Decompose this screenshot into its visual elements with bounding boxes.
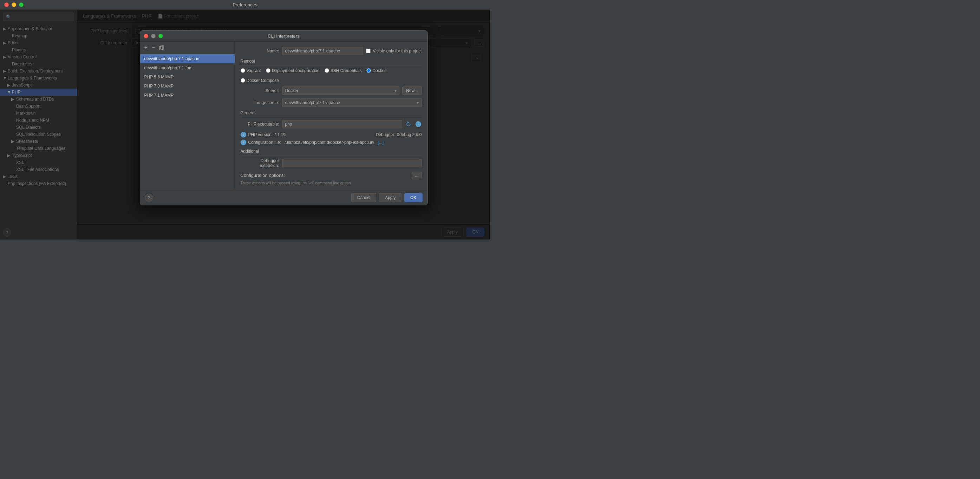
info-button[interactable]: i bbox=[415, 121, 422, 128]
sidebar-item-bashsupport[interactable]: BashSupport bbox=[0, 103, 77, 110]
sidebar-item-xslt[interactable]: XSLT bbox=[0, 159, 77, 166]
new-server-button[interactable]: New... bbox=[402, 86, 422, 95]
sidebar-item-keymap[interactable]: Keymap bbox=[0, 32, 77, 39]
radio-docker-compose-input[interactable] bbox=[240, 78, 245, 83]
sidebar-item-stylesheets[interactable]: ▶ Stylesheets bbox=[0, 138, 77, 145]
dialog-titlebar: CLI Interpreters bbox=[140, 30, 428, 42]
arrow-icon: ▶ bbox=[11, 139, 16, 144]
radio-ssh-input[interactable] bbox=[325, 68, 329, 73]
general-section-label: General bbox=[240, 110, 422, 117]
maximize-button[interactable] bbox=[19, 2, 24, 7]
list-item-label: devwithlando/php:7.1-fpm bbox=[144, 65, 192, 70]
sidebar-item-sql-resolution[interactable]: SQL Resolution Scopes bbox=[0, 131, 77, 138]
dialog-cancel-button[interactable]: Cancel bbox=[351, 193, 376, 202]
list-item-fpm[interactable]: devwithlando/php:7.1-fpm bbox=[140, 63, 235, 72]
sidebar-item-plugins[interactable]: Plugins bbox=[0, 46, 77, 53]
remote-radio-group: Vagrant Deployment configuration SSH Cre… bbox=[240, 68, 422, 83]
arrow-icon: ▼ bbox=[3, 76, 8, 81]
dialog-ok-button[interactable]: OK bbox=[404, 193, 422, 202]
dialog-maximize-button[interactable] bbox=[158, 34, 163, 38]
sidebar-label: BashSupport bbox=[16, 104, 40, 109]
help-button[interactable]: ? bbox=[3, 228, 11, 237]
arrow-icon: ▶ bbox=[3, 26, 8, 31]
sidebar-item-schemas[interactable]: ▶ Schemas and DTDs bbox=[0, 96, 77, 103]
sidebar-item-version-control[interactable]: ▶ Version Control bbox=[0, 53, 77, 61]
search-input[interactable] bbox=[13, 14, 71, 19]
window-controls[interactable] bbox=[4, 2, 24, 7]
sidebar-label: XSLT bbox=[16, 160, 26, 165]
remote-section-label: Remote bbox=[240, 59, 422, 65]
sidebar-item-directories[interactable]: Directories bbox=[0, 61, 77, 67]
sidebar-item-markdown[interactable]: Markdown bbox=[0, 110, 77, 117]
search-box[interactable]: 🔍 bbox=[3, 13, 74, 21]
sidebar-label: SQL Dialects bbox=[16, 125, 41, 130]
dialog-close-button[interactable] bbox=[144, 34, 148, 38]
server-select[interactable]: Docker bbox=[282, 86, 400, 95]
search-icon: 🔍 bbox=[6, 14, 11, 19]
dialog-help-button[interactable]: ? bbox=[145, 194, 153, 201]
sidebar-item-php-inspections[interactable]: Php Inspections (EA Extended) bbox=[0, 180, 77, 187]
debugger-extension-row: Debugger extension: bbox=[240, 158, 422, 168]
radio-ssh[interactable]: SSH Credentials bbox=[325, 68, 362, 73]
sidebar-item-sql-dialects[interactable]: SQL Dialects bbox=[0, 124, 77, 131]
sidebar-item-nodejs[interactable]: Node.js and NPM bbox=[0, 117, 77, 124]
config-file-row: i Configuration file: /usr/local/etc/php… bbox=[240, 140, 422, 145]
dialog-apply-button[interactable]: Apply bbox=[379, 193, 401, 202]
sidebar-item-editor[interactable]: ▶ Editor bbox=[0, 39, 77, 46]
dialog-list-toolbar: + − bbox=[140, 42, 235, 54]
copy-interpreter-button[interactable] bbox=[158, 45, 165, 51]
refresh-button[interactable] bbox=[405, 121, 412, 128]
list-item-php71[interactable]: PHP 7.1 MAMP bbox=[140, 91, 235, 100]
additional-section-label: Additional bbox=[240, 149, 422, 155]
info-icon: i bbox=[415, 121, 421, 127]
name-input[interactable] bbox=[282, 47, 364, 55]
remove-interpreter-button[interactable]: − bbox=[150, 44, 156, 52]
radio-vagrant-label: Vagrant bbox=[247, 68, 261, 73]
php-executable-input[interactable] bbox=[282, 120, 402, 128]
list-item-php70[interactable]: PHP 7.0 MAMP bbox=[140, 81, 235, 91]
sidebar-item-languages[interactable]: ▼ Languages & Frameworks bbox=[0, 75, 77, 81]
add-interpreter-button[interactable]: + bbox=[143, 44, 149, 52]
dialog-body: + − devwithlando/php:7.1-ap bbox=[140, 42, 428, 190]
sidebar-item-xslt-file[interactable]: XSLT File Associations bbox=[0, 166, 77, 173]
arrow-icon: ▶ bbox=[3, 69, 8, 73]
radio-deployment[interactable]: Deployment configuration bbox=[266, 68, 320, 73]
arrow-icon: ▶ bbox=[3, 40, 8, 45]
list-item-apache[interactable]: devwithlando/php:7.1-apache bbox=[140, 54, 235, 63]
dialog-list-panel: + − devwithlando/php:7.1-ap bbox=[140, 42, 235, 190]
sidebar-item-php[interactable]: ▼ PHP bbox=[0, 89, 77, 96]
php-executable-row: PHP executable: i bbox=[240, 120, 422, 128]
sidebar-item-template-data[interactable]: Template Data Languages bbox=[0, 145, 77, 152]
server-select-wrapper: Docker ▼ bbox=[282, 86, 400, 95]
sidebar-item-javascript[interactable]: ▶ JavaScript bbox=[0, 81, 77, 89]
visible-checkbox[interactable] bbox=[366, 48, 371, 53]
radio-docker[interactable]: Docker bbox=[366, 68, 386, 73]
sidebar-item-appearance[interactable]: ▶ Appearance & Behavior bbox=[0, 26, 77, 32]
radio-deployment-input[interactable] bbox=[266, 68, 270, 73]
sidebar-item-build[interactable]: ▶ Build, Execution, Deployment bbox=[0, 67, 77, 75]
window-title: Preferences bbox=[232, 2, 257, 7]
name-row: Name: Visible only for this project bbox=[240, 47, 422, 55]
radio-docker-compose[interactable]: Docker Compose bbox=[240, 78, 279, 83]
sidebar-label: Keymap bbox=[12, 34, 27, 38]
minimize-button[interactable] bbox=[11, 2, 16, 7]
sidebar-label: Appearance & Behavior bbox=[8, 26, 52, 31]
debugger-ext-input[interactable] bbox=[282, 159, 422, 168]
close-button[interactable] bbox=[4, 2, 9, 7]
radio-docker-input[interactable] bbox=[366, 68, 371, 73]
image-label: Image name: bbox=[240, 100, 279, 105]
server-label: Server: bbox=[240, 88, 279, 93]
radio-vagrant-input[interactable] bbox=[240, 68, 245, 73]
sidebar-item-tools[interactable]: ▶ Tools bbox=[0, 173, 77, 180]
sidebar-item-typescript[interactable]: ▶ TypeScript bbox=[0, 152, 77, 159]
sidebar-label: Editor bbox=[8, 40, 19, 45]
config-file-link[interactable]: [...] bbox=[378, 140, 383, 145]
image-select[interactable]: devwithlando/php:7.1-apache bbox=[282, 99, 422, 107]
list-item-php56[interactable]: PHP 5.6 MAMP bbox=[140, 72, 235, 81]
radio-vagrant[interactable]: Vagrant bbox=[240, 68, 261, 73]
visible-checkbox-row[interactable]: Visible only for this project bbox=[366, 48, 422, 53]
content-area: Languages & Frameworks › PHP 📄 For curre… bbox=[77, 10, 490, 240]
dialog-window-controls[interactable] bbox=[144, 34, 163, 38]
config-options-more-button[interactable]: ... bbox=[412, 172, 422, 179]
php-version-row: i PHP version: 7.1.19 Debugger: Xdebug 2… bbox=[240, 132, 422, 137]
